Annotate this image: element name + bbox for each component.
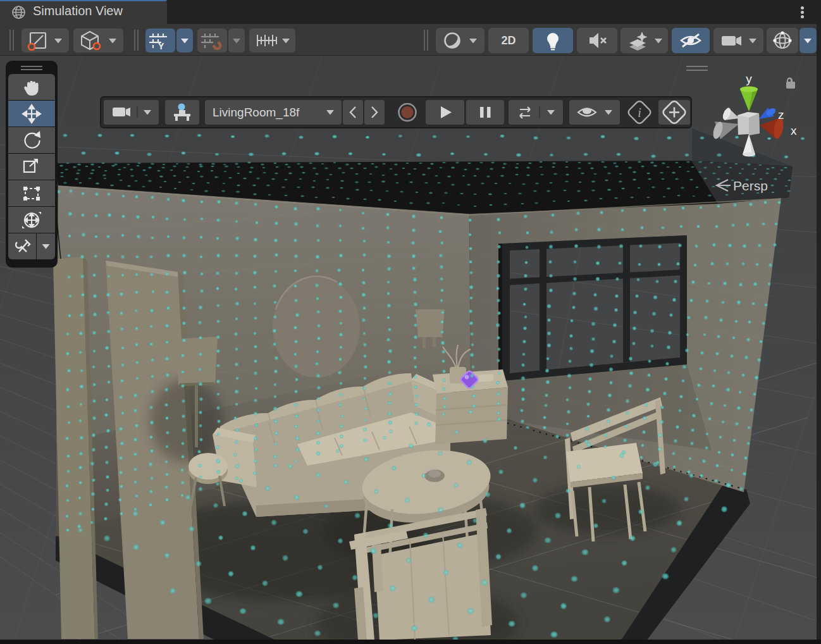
svg-text:Y: Y bbox=[158, 41, 164, 51]
svg-text:i: i bbox=[638, 106, 641, 120]
svg-text:z: z bbox=[778, 108, 784, 121]
svg-text:x: x bbox=[791, 124, 797, 137]
svg-text:y: y bbox=[746, 72, 752, 85]
svg-text:Persp: Persp bbox=[733, 178, 768, 193]
